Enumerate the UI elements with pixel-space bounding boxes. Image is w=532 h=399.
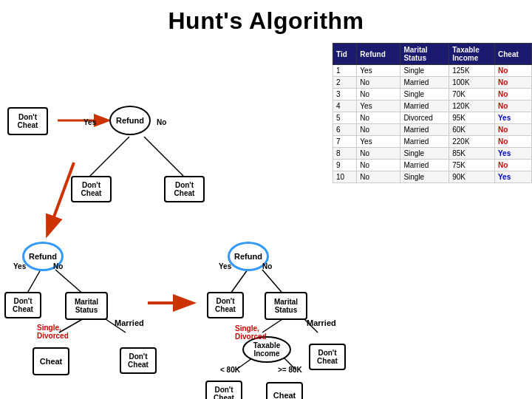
no-label-top: No — [157, 118, 166, 126]
dont-cheat-lt80k: Don'tCheat — [205, 381, 242, 399]
cell-income: 60K — [449, 124, 495, 136]
marital-status-right: MaritalStatus — [265, 292, 307, 320]
table-row: 8 No Single 85K Yes — [333, 148, 532, 160]
gte80k-label: >= 80K — [278, 366, 302, 374]
table-row: 6 No Married 60K No — [333, 124, 532, 136]
table-row: 3 No Single 70K No — [333, 89, 532, 100]
no-label-right: No — [262, 262, 272, 270]
dont-cheat-married-left: Don'tCheat — [120, 347, 157, 374]
dont-cheat-top-box: Don'tCheat — [7, 107, 48, 135]
single-divorced-right: Single,Divorced — [235, 324, 267, 341]
diagram-area: Don'tCheat Refund Yes No Don'tCheat Don'… — [0, 41, 332, 395]
cell-income: 120K — [449, 100, 495, 112]
dont-cheat-no-box: Don'tCheat — [164, 176, 205, 202]
cell-marital: Single — [400, 89, 449, 100]
cell-tid: 3 — [333, 89, 357, 100]
cell-marital: Single — [400, 171, 449, 183]
cell-marital: Married — [400, 160, 449, 171]
cell-refund: No — [357, 77, 400, 89]
cell-income: 100K — [449, 77, 495, 89]
cell-cheat: No — [495, 100, 532, 112]
cell-tid: 9 — [333, 160, 357, 171]
table-row: 4 Yes Married 120K No — [333, 100, 532, 112]
svg-line-3 — [48, 163, 74, 233]
cell-tid: 2 — [333, 77, 357, 89]
cell-cheat: Yes — [495, 148, 532, 160]
yes-label-top: Yes — [83, 118, 96, 126]
lt80k-label: < 80K — [220, 366, 240, 374]
svg-line-1 — [89, 137, 129, 177]
dont-cheat-left-yes: Don'tCheat — [4, 292, 41, 318]
cell-tid: 8 — [333, 148, 357, 160]
table-row: 10 No Single 90K Yes — [333, 171, 532, 183]
cell-income: 90K — [449, 171, 495, 183]
table-row: 7 Yes Married 220K No — [333, 136, 532, 148]
col-refund: Refund — [357, 44, 400, 65]
cell-cheat: No — [495, 77, 532, 89]
cell-tid: 4 — [333, 100, 357, 112]
cell-marital: Married — [400, 77, 449, 89]
cell-cheat: No — [495, 136, 532, 148]
cell-refund: No — [357, 160, 400, 171]
cell-refund: Yes — [357, 65, 400, 77]
cell-income: 75K — [449, 160, 495, 171]
cell-refund: No — [357, 148, 400, 160]
classification-table: Tid Refund MaritalStatus TaxableIncome C… — [332, 43, 532, 183]
cell-marital: Divorced — [400, 112, 449, 124]
data-table: Tid Refund MaritalStatus TaxableIncome C… — [332, 43, 532, 183]
refund-oval-top: Refund — [109, 106, 151, 135]
col-marital: MaritalStatus — [400, 44, 449, 65]
cell-cheat: No — [495, 65, 532, 77]
dont-cheat-right-yes: Don'tCheat — [207, 292, 244, 318]
cell-tid: 1 — [333, 65, 357, 77]
cell-income: 220K — [449, 136, 495, 148]
cell-marital: Married — [400, 124, 449, 136]
marital-status-left: MaritalStatus — [65, 292, 108, 320]
cell-marital: Single — [400, 65, 449, 77]
table-row: 5 No Divorced 95K Yes — [333, 112, 532, 124]
cell-income: 95K — [449, 112, 495, 124]
cell-tid: 5 — [333, 112, 357, 124]
cell-cheat: Yes — [495, 171, 532, 183]
cell-cheat: No — [495, 89, 532, 100]
yes-label-right: Yes — [219, 262, 231, 270]
cell-cheat: No — [495, 124, 532, 136]
cell-marital: Married — [400, 136, 449, 148]
table-row: 2 No Married 100K No — [333, 77, 532, 89]
cell-cheat: Yes — [495, 112, 532, 124]
married-right: Married — [307, 318, 336, 327]
dont-cheat-married-right: Don'tCheat — [309, 344, 346, 370]
cell-income: 70K — [449, 89, 495, 100]
no-label-left: No — [53, 262, 63, 270]
cell-refund: No — [357, 171, 400, 183]
cell-tid: 6 — [333, 124, 357, 136]
cell-cheat: No — [495, 160, 532, 171]
svg-line-2 — [144, 137, 185, 177]
cell-income: 85K — [449, 148, 495, 160]
cell-refund: Yes — [357, 100, 400, 112]
single-divorced-left: Single,Divorced — [37, 324, 69, 340]
table-row: 9 No Married 75K No — [333, 160, 532, 171]
col-income: TaxableIncome — [449, 44, 495, 65]
cell-refund: No — [357, 112, 400, 124]
cell-refund: Yes — [357, 136, 400, 148]
dont-cheat-yes-box: Don'tCheat — [71, 176, 112, 202]
cell-tid: 10 — [333, 171, 357, 183]
cell-tid: 7 — [333, 136, 357, 148]
cell-marital: Single — [400, 148, 449, 160]
cell-refund: No — [357, 124, 400, 136]
married-left: Married — [115, 318, 144, 327]
cell-marital: Married — [400, 100, 449, 112]
col-cheat: Cheat — [495, 44, 532, 65]
cheat-box-right: Cheat — [266, 382, 303, 399]
cell-income: 125K — [449, 65, 495, 77]
col-tid: Tid — [333, 44, 357, 65]
cheat-box-left: Cheat — [33, 347, 69, 375]
table-row: 1 Yes Single 125K No — [333, 65, 532, 77]
yes-label-left: Yes — [13, 262, 26, 270]
page-title: Hunt's Algorithm — [0, 0, 532, 39]
cell-refund: No — [357, 89, 400, 100]
